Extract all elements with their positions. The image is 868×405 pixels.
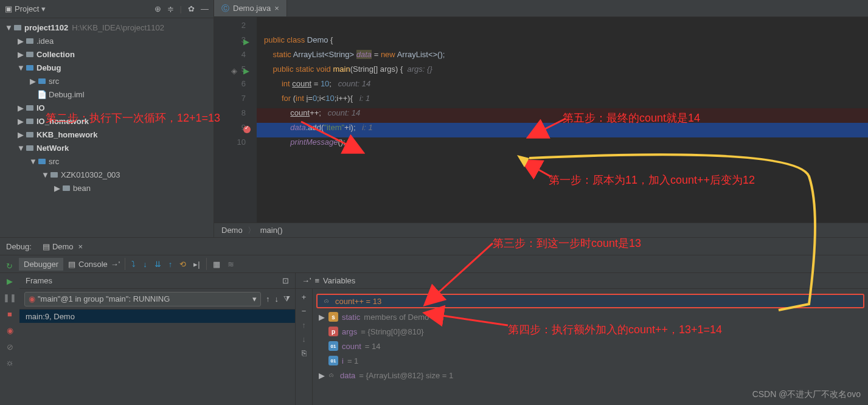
gutter-line[interactable]: 8 [214, 108, 257, 123]
vars-toolbar: + − ↑ ↓ ⎘ [296, 289, 313, 405]
expand-icon[interactable]: ≑ [167, 4, 174, 13]
tree-item[interactable]: ▼XZK010302_003 [0, 168, 214, 181]
variables-list[interactable]: ᯅ count++ = 13 ▶sstatic members of Demo … [313, 289, 868, 405]
dropdown-arrow-icon[interactable]: ▾ [41, 4, 46, 13]
tree-item[interactable]: 📄Debug.iml [0, 88, 214, 101]
step-into-icon[interactable]: ↓ [143, 260, 147, 269]
project-tree[interactable]: ▼ project1102 H:\KKB_IDEA\project1102 ▶.… [0, 18, 214, 237]
mute-breakpoints-icon[interactable]: ⊘ [7, 342, 13, 351]
tree-item[interactable]: ▶Collection [0, 47, 214, 61]
run-gutter-icon[interactable]: ▶ [243, 66, 249, 75]
breadcrumb-method[interactable]: main() [260, 226, 283, 235]
debug-title: Debug: [6, 242, 32, 251]
variable-item[interactable]: pargs = {String[0]@810} [313, 324, 868, 339]
next-frame-icon[interactable]: ↓ [275, 294, 279, 303]
breadcrumb-class[interactable]: Demo [221, 226, 243, 235]
tree-item[interactable]: ▼NetWork [0, 141, 214, 154]
watch-icon: ᯅ [324, 297, 332, 306]
gutter-line[interactable]: 4 [214, 50, 257, 64]
thread-selector[interactable]: ◉ "main"@1 in group "main": RUNNING ▾ [24, 292, 261, 306]
remove-watch-icon[interactable]: − [302, 306, 307, 316]
filter-icon[interactable]: ⧩ [283, 294, 290, 304]
tree-item[interactable]: ▶IO_homework [0, 114, 214, 128]
copy-icon[interactable]: ⎘ [302, 348, 307, 358]
run-to-cursor-icon[interactable]: ▸| [193, 260, 200, 269]
tree-item[interactable]: ▶src [0, 74, 214, 88]
console-icon: ▤ [68, 260, 75, 269]
new-watch-icon[interactable]: + [302, 292, 307, 302]
vars-title: Variables [323, 276, 355, 285]
gutter-line[interactable]: 6 [214, 79, 257, 94]
step-over-icon[interactable]: ⤵ [131, 260, 136, 269]
editor-tabs: Ⓒ Demo.java × [214, 0, 868, 17]
console-tab[interactable]: ▤ Console →' [63, 258, 125, 271]
debug-header: Debug: ▤ Demo × [0, 238, 868, 255]
resume-icon[interactable]: ▶ [7, 277, 13, 286]
debug-tool-window: Debug: ▤ Demo × ↻ Debugger ▤ Console →' [0, 237, 868, 405]
stop-icon[interactable]: ■ [7, 310, 12, 319]
debugger-tab[interactable]: Debugger [19, 258, 63, 271]
run-gutter-icon[interactable]: ▶ [243, 37, 249, 46]
svg-rect-0 [14, 25, 21, 30]
svg-rect-8 [26, 145, 33, 151]
gutter[interactable]: 2 3▶ 4 5▶◈ 6 7 8 9 10 [214, 17, 257, 223]
drop-frame-icon[interactable]: ⟲ [179, 260, 186, 269]
svg-rect-10 [50, 172, 58, 178]
code-area[interactable]: public class Demo { static ArrayList<Str… [257, 17, 868, 223]
force-step-into-icon[interactable]: ⇊ [155, 260, 161, 269]
stack-frame[interactable]: main:9, Demo [19, 310, 295, 323]
close-icon[interactable]: × [78, 242, 83, 251]
tree-item[interactable]: ▶IO [0, 101, 214, 114]
rerun-icon[interactable]: ↻ [6, 261, 13, 271]
svg-rect-9 [38, 159, 46, 164]
down-icon[interactable]: ↓ [302, 334, 306, 344]
target-icon[interactable]: ⊕ [155, 4, 161, 13]
editor-body[interactable]: 2 3▶ 4 5▶◈ 6 7 8 9 10 public class Demo … [214, 17, 868, 223]
trace-icon[interactable]: ≋ [227, 260, 234, 269]
evaluate-icon[interactable]: ▦ [213, 260, 220, 269]
gutter-line[interactable]: 10 [214, 137, 257, 152]
tree-item[interactable]: ▶KKB_homework [0, 128, 214, 141]
breakpoint-icon[interactable] [243, 126, 251, 133]
debug-config-tab[interactable]: ▤ Demo × [38, 241, 88, 252]
pause-icon[interactable]: ❚❚ [3, 293, 16, 302]
project-header: ▣ Project ▾ ⊕ ≑ | ✿ — [0, 0, 214, 18]
svg-rect-6 [26, 119, 33, 124]
breadcrumb[interactable]: Demo 〉 main() [214, 223, 868, 237]
layout-icon[interactable]: →' [302, 276, 311, 285]
close-tab-icon[interactable]: × [274, 4, 279, 13]
view-breakpoints-icon[interactable]: ◉ [7, 326, 13, 335]
project-icon: ▣ [5, 4, 12, 13]
variable-item[interactable]: 01i = 1 [313, 353, 868, 368]
tree-item[interactable]: ▶bean [0, 181, 214, 195]
gutter-line[interactable]: 5▶◈ [214, 64, 257, 79]
variable-item[interactable]: ▶sstatic members of Demo [313, 310, 868, 324]
variable-item[interactable]: ▶ᯅdata = {ArrayList@812} size = 1 [313, 368, 868, 382]
settings-icon[interactable]: ⛭ [6, 359, 14, 368]
gutter-line[interactable]: 7 [214, 94, 257, 108]
watch-expression[interactable]: ᯅ count++ = 13 [316, 294, 864, 308]
prev-frame-icon[interactable]: ↑ [266, 294, 270, 303]
dropdown-icon: ▾ [252, 294, 257, 303]
tree-root[interactable]: ▼ project1102 H:\KKB_IDEA\project1102 [0, 21, 214, 34]
gear-icon[interactable]: ✿ [188, 4, 195, 13]
gutter-line[interactable]: 3▶ [214, 35, 257, 50]
variables-section: →' ≡ Variables + − ↑ ↓ ⎘ [296, 273, 868, 405]
svg-rect-2 [26, 52, 33, 57]
tree-item[interactable]: ▼Debug [0, 61, 214, 74]
variable-item[interactable]: 01count = 14 [313, 339, 868, 353]
hide-icon[interactable]: — [201, 4, 209, 13]
divider: | [180, 4, 182, 13]
editor-tab-demo[interactable]: Ⓒ Demo.java × [214, 0, 287, 16]
tree-item[interactable]: ▼src [0, 154, 214, 168]
up-icon[interactable]: ↑ [302, 320, 306, 330]
step-out-icon[interactable]: ↑ [168, 260, 173, 269]
frames-title: Frames [26, 276, 52, 285]
tree-item[interactable]: ▶.idea [0, 34, 214, 47]
gutter-line[interactable]: 9 [214, 123, 257, 137]
more-icon[interactable]: →' [111, 260, 120, 269]
restore-layout-icon[interactable]: ⊡ [282, 276, 289, 285]
svg-rect-1 [26, 38, 33, 44]
project-tool-window: ▣ Project ▾ ⊕ ≑ | ✿ — ▼ project1102 H:\ [0, 0, 214, 237]
gutter-line[interactable]: 2 [214, 21, 257, 35]
